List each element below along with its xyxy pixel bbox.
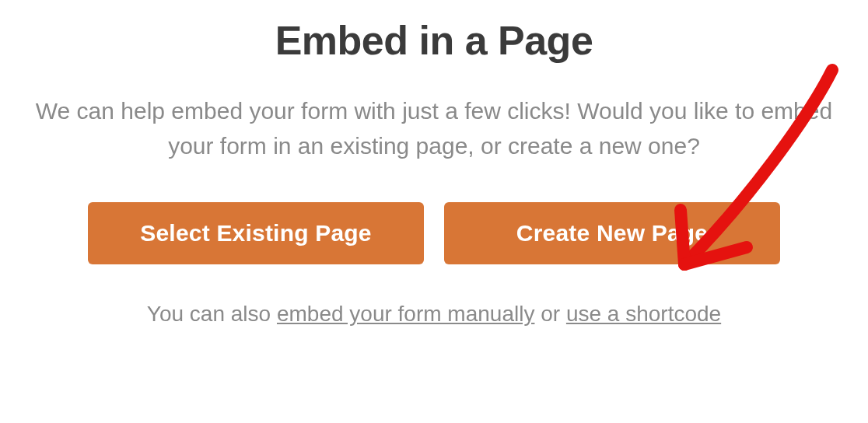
modal-description: We can help embed your form with just a …	[22, 93, 846, 163]
modal-title: Embed in a Page	[275, 17, 593, 64]
select-existing-page-button[interactable]: Select Existing Page	[88, 202, 424, 264]
footer-middle: or	[534, 302, 565, 326]
embed-manually-link[interactable]: embed your form manually	[277, 302, 534, 326]
footer-text: You can also embed your form manually or…	[147, 302, 721, 327]
create-new-page-button[interactable]: Create New Page	[444, 202, 780, 264]
use-shortcode-link[interactable]: use a shortcode	[566, 302, 721, 326]
footer-prefix: You can also	[147, 302, 277, 326]
button-row: Select Existing Page Create New Page	[88, 202, 780, 264]
